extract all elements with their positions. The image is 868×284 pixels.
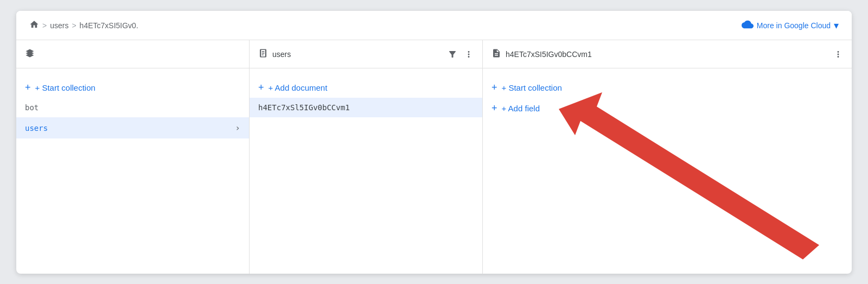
col-documents: users + + Add document — [250, 40, 483, 274]
cloud-icon — [742, 18, 754, 32]
col-nav-body: + + Start collection bot users › — [16, 68, 249, 274]
add-field-label: + Add field — [502, 104, 540, 113]
start-collection-doc-label: + Start collection — [502, 83, 562, 92]
chevron-right-icon: › — [235, 123, 240, 133]
columns: + + Start collection bot users › — [16, 40, 852, 274]
breadcrumb-sep-2: > — [72, 21, 76, 30]
breadcrumb-sep-1: > — [42, 21, 47, 30]
svg-rect-2 — [262, 54, 264, 55]
chevron-down-icon: ▾ — [834, 20, 839, 31]
start-collection-doc-link[interactable]: + + Start collection — [483, 77, 852, 98]
firestore-card: > users > h4ETc7xSI5IGv0. More in Google… — [16, 11, 852, 274]
start-collection-nav-link[interactable]: + + Start collection — [16, 77, 249, 98]
col-doc-header: h4ETc7xSI5IGv0bCCvm1 — [483, 40, 852, 68]
plus-icon-docs: + — [258, 83, 264, 92]
more-vert-icon-doc[interactable] — [833, 49, 843, 59]
plus-icon-field: + — [492, 103, 497, 113]
document-lines-icon — [492, 48, 501, 60]
svg-rect-0 — [262, 51, 265, 52]
add-document-label: + Add document — [269, 83, 328, 92]
col-doc-header-actions — [833, 49, 843, 59]
nav-item-bot-label: bot — [25, 103, 39, 112]
add-document-link[interactable]: + + Add document — [250, 77, 482, 98]
nav-item-users-label: users — [25, 124, 48, 132]
col-doc-header-left: h4ETc7xSI5IGv0bCCvm1 — [492, 48, 592, 60]
google-cloud-link[interactable]: More in Google Cloud ▾ — [742, 18, 839, 32]
doc-item-id: h4ETc7xSl5IGv0bCCvm1 — [258, 103, 350, 112]
cloud-link-text: More in Google Cloud — [757, 21, 831, 30]
col-doc-title: h4ETc7xSI5IGv0bCCvm1 — [506, 50, 592, 59]
collection-icon — [258, 48, 268, 60]
more-vert-icon-docs[interactable] — [464, 49, 474, 59]
breadcrumb-doc-id[interactable]: h4ETc7xSI5IGv0. — [80, 21, 138, 30]
plus-icon-start-col: + — [492, 83, 497, 92]
plus-icon-nav: + — [25, 83, 31, 92]
filter-icon[interactable] — [448, 49, 457, 59]
col-nav-header-left — [25, 48, 35, 60]
home-icon[interactable] — [29, 20, 39, 31]
breadcrumb-users[interactable]: users — [50, 21, 68, 30]
col-docs-header-actions — [448, 49, 474, 59]
col-doc-body: + + Start collection + + Add field — [483, 68, 852, 274]
col-navigation: + + Start collection bot users › — [16, 40, 250, 274]
layers-icon — [25, 48, 35, 60]
columns-wrapper: + + Start collection bot users › — [16, 40, 852, 274]
nav-item-bot[interactable]: bot — [16, 98, 249, 117]
col-nav-header — [16, 40, 249, 68]
col-docs-body: + + Add document h4ETc7xSl5IGv0bCCvm1 — [250, 68, 482, 274]
breadcrumb: > users > h4ETc7xSI5IGv0. — [29, 20, 138, 31]
svg-rect-1 — [262, 53, 265, 54]
start-collection-nav-label: + Start collection — [35, 83, 95, 92]
nav-item-users[interactable]: users › — [16, 117, 249, 138]
doc-item-selected[interactable]: h4ETc7xSl5IGv0bCCvm1 — [250, 98, 482, 117]
col-docs-header: users — [250, 40, 482, 68]
col-doc-detail: h4ETc7xSI5IGv0bCCvm1 + + Start collectio… — [483, 40, 852, 274]
breadcrumb-bar: > users > h4ETc7xSI5IGv0. More in Google… — [16, 11, 852, 40]
col-docs-header-left: users — [258, 48, 291, 60]
add-field-link[interactable]: + + Add field — [483, 98, 852, 118]
col-docs-title: users — [272, 50, 291, 59]
